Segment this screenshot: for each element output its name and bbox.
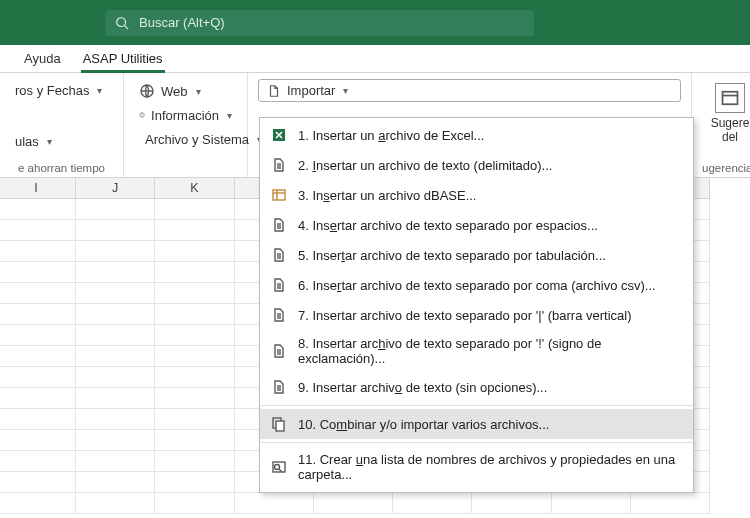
svg-point-39 [275,465,280,470]
search-icon [115,16,129,30]
search-box[interactable]: Buscar (Alt+Q) [105,10,534,36]
menu-item-icon [270,276,288,294]
cell[interactable] [472,493,551,514]
cell[interactable] [76,199,155,220]
import-menu-item-11[interactable]: 11. Crear una lista de nombres de archiv… [260,446,693,488]
menu-item-label: 10. Combinar y/o importar varios archivo… [298,417,549,432]
cell[interactable] [155,472,234,493]
cell[interactable] [155,220,234,241]
suggestions-button[interactable]: Sugere del [702,79,750,148]
cell[interactable] [0,220,76,241]
cell[interactable] [155,493,234,514]
col-header[interactable]: K [155,178,234,198]
cell[interactable] [631,493,710,514]
cell[interactable] [76,409,155,430]
cell[interactable] [155,241,234,262]
import-menu-item-2[interactable]: 2. Insertar un archivo de texto (delimit… [260,150,693,180]
cell[interactable] [155,409,234,430]
ribbon-group-web: Web▾ Información▾ Archivo y Sistema▾ [124,73,248,177]
import-menu-item-1[interactable]: 1. Insertar un archivo de Excel... [260,120,693,150]
file-system-button[interactable]: Archivo y Sistema▾ [134,127,237,151]
cell[interactable] [76,451,155,472]
col-header[interactable]: I [0,178,76,198]
tab-help[interactable]: Ayuda [22,46,63,72]
cell[interactable] [76,430,155,451]
import-menu-item-4[interactable]: 4. Insertar archivo de texto separado po… [260,210,693,240]
cell[interactable] [155,346,234,367]
cell[interactable] [0,346,76,367]
col-header[interactable]: J [76,178,155,198]
cell[interactable] [76,220,155,241]
tab-asap-utilities[interactable]: ASAP Utilities [81,46,165,72]
cell[interactable] [76,283,155,304]
import-menu-item-8[interactable]: 8. Insertar archivo de texto separado po… [260,330,693,372]
titlebar: Buscar (Alt+Q) [0,0,750,45]
cell[interactable] [76,472,155,493]
import-menu-item-7[interactable]: 7. Insertar archivo de texto separado po… [260,300,693,330]
menu-item-label: 1. Insertar un archivo de Excel... [298,128,484,143]
cell[interactable] [76,388,155,409]
import-menu-item-9[interactable]: 9. Insertar archivo de texto (sin opcion… [260,372,693,402]
cell[interactable] [155,304,234,325]
menu-item-label: 5. Insertar archivo de texto separado po… [298,248,606,263]
cell[interactable] [0,304,76,325]
cell[interactable] [0,430,76,451]
cell[interactable] [76,304,155,325]
cell[interactable] [76,241,155,262]
cell[interactable] [0,283,76,304]
cell[interactable] [314,493,393,514]
web-button[interactable]: Web▾ [134,79,237,103]
numbers-dates-button[interactable]: ros y Fechas▾ [10,79,113,102]
cell[interactable] [76,262,155,283]
cell[interactable] [155,283,234,304]
cell[interactable] [0,472,76,493]
cell[interactable] [0,409,76,430]
menu-item-icon [270,216,288,234]
row [0,493,710,514]
ribbon-group-right: Sugere del ugerencia [692,73,750,177]
cell[interactable] [0,451,76,472]
cell[interactable] [552,493,631,514]
cell[interactable] [76,346,155,367]
menu-item-icon [270,126,288,144]
cell[interactable] [0,199,76,220]
cell[interactable] [155,388,234,409]
cell[interactable] [0,241,76,262]
cell[interactable] [76,493,155,514]
menu-item-label: 7. Insertar archivo de texto separado po… [298,308,632,323]
cell[interactable] [155,430,234,451]
cell[interactable] [155,325,234,346]
ribbon-tabs: Ayuda ASAP Utilities [0,45,750,73]
menu-item-icon [270,415,288,433]
cell[interactable] [0,367,76,388]
import-menu-item-6[interactable]: 6. Insertar archivo de texto separado po… [260,270,693,300]
svg-rect-15 [273,190,285,200]
cell[interactable] [155,451,234,472]
cell[interactable] [155,367,234,388]
svg-rect-37 [276,421,284,431]
group-caption-2 [134,158,237,174]
cell[interactable] [393,493,472,514]
suggestions-icon [715,83,745,113]
import-menu-item-10[interactable]: 10. Combinar y/o importar varios archivo… [260,409,693,439]
svg-point-0 [117,17,126,26]
cell[interactable] [0,325,76,346]
import-button[interactable]: Importar▾ [258,79,681,102]
import-menu-item-3[interactable]: 3. Insertar un archivo dBASE... [260,180,693,210]
svg-rect-9 [723,92,738,105]
formulas-button[interactable]: ulas▾ [10,130,113,153]
cell[interactable] [0,493,76,514]
cell[interactable] [76,325,155,346]
globe-icon [139,83,155,99]
cell[interactable] [0,262,76,283]
cell[interactable] [235,493,314,514]
menu-item-label: 9. Insertar archivo de texto (sin opcion… [298,380,547,395]
import-menu-item-5[interactable]: 5. Insertar archivo de texto separado po… [260,240,693,270]
document-icon [267,84,281,98]
group-caption-4: ugerencia [702,158,740,174]
info-button[interactable]: Información▾ [134,103,237,127]
cell[interactable] [155,262,234,283]
cell[interactable] [0,388,76,409]
cell[interactable] [155,199,234,220]
cell[interactable] [76,367,155,388]
